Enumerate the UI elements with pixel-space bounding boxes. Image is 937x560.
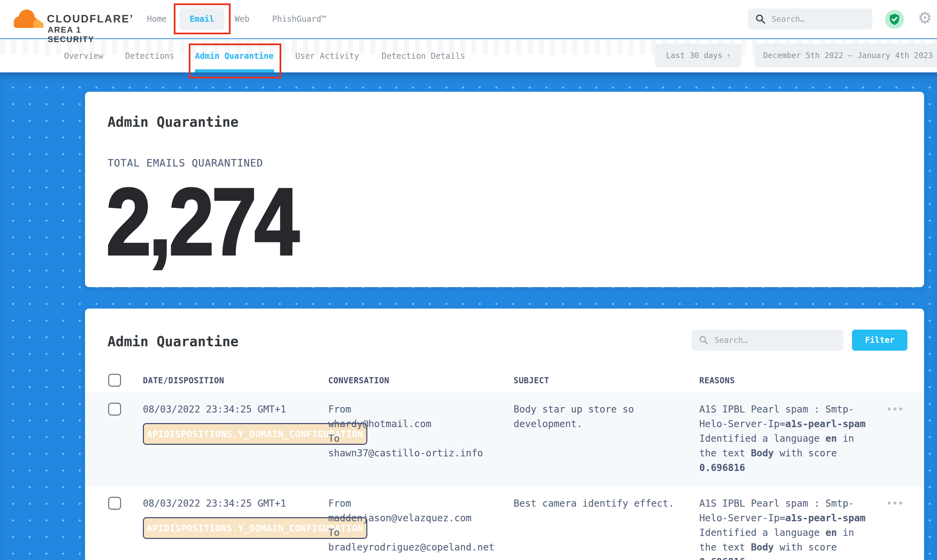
subnav-item-user-activity[interactable]: User Activity xyxy=(295,51,359,61)
row-subject: Best camera identify effect. xyxy=(514,496,688,511)
column-header-reasons: REASONS xyxy=(699,376,735,385)
row-conversation: From whardy@hotmail.com To shawn37@casti… xyxy=(328,402,508,460)
subnav-item-overview[interactable]: Overview xyxy=(64,51,103,61)
search-icon xyxy=(699,335,709,345)
total-quarantined-value: 2,274 xyxy=(106,174,297,269)
annotation-box-admin-quarantine-tab xyxy=(189,43,281,78)
row-date: 08/03/2022 23:34:25 GMT+1 xyxy=(143,496,286,511)
to-email[interactable]: bradleyrodriguez@copeland.net xyxy=(328,540,508,555)
summary-card-title: Admin Quarantine xyxy=(108,114,238,130)
row-subject: Body star up store so development. xyxy=(514,402,688,431)
table-search-input[interactable] xyxy=(715,336,836,345)
total-quarantined-label: TOTAL EMAILS QUARANTINED xyxy=(108,157,263,169)
column-header-date: DATE/DISPOSITION xyxy=(143,376,224,385)
from-email[interactable]: whardy@hotmail.com xyxy=(328,417,508,431)
date-range-display[interactable]: December 5th 2022 — January 4th 2023 xyxy=(754,43,937,67)
row-actions-ellipsis-icon[interactable] xyxy=(888,502,902,505)
row-reasons: A1S IPBL Pearl spam : Smtp- Helo-Server-… xyxy=(699,496,897,560)
table-row: 08/03/2022 23:34:25 GMT+1 APIDISPOSITION… xyxy=(85,392,924,486)
row-conversation: From maddenjason@velazquez.com To bradle… xyxy=(328,496,508,555)
brand-subtitle: AREA 1 SECURITY xyxy=(48,25,125,44)
table-card-title: Admin Quarantine xyxy=(108,334,238,349)
topnav-item-web[interactable]: Web xyxy=(235,14,249,24)
date-range-selector-label: Last 30 days xyxy=(666,51,722,60)
quarantine-table-card: Admin Quarantine Filter DATE/DISPOSITION… xyxy=(85,309,924,560)
to-label: To xyxy=(328,525,508,540)
account-status-badge[interactable] xyxy=(885,10,904,29)
from-label: From xyxy=(328,402,508,417)
gear-icon[interactable]: ⚙ xyxy=(918,8,932,27)
row-checkbox[interactable] xyxy=(108,403,121,415)
email-subnav: Overview Detections Admin Quarantine Use… xyxy=(0,39,937,72)
global-search-input[interactable] xyxy=(772,15,872,23)
row-reasons: A1S IPBL Pearl spam : Smtp- Helo-Server-… xyxy=(699,402,897,475)
global-search[interactable] xyxy=(748,9,872,29)
table-row: 08/03/2022 23:34:25 GMT+1 APIDISPOSITION… xyxy=(85,486,924,560)
select-all-checkbox[interactable] xyxy=(108,374,121,387)
row-date: 08/03/2022 23:34:25 GMT+1 xyxy=(143,402,286,417)
table-header-row: DATE/DISPOSITION CONVERSATION SUBJECT RE… xyxy=(85,370,924,392)
to-label: To xyxy=(328,431,508,446)
page: CLOUDFLARE’ AREA 1 SECURITY Home Email W… xyxy=(0,0,937,560)
top-navbar: CLOUDFLARE’ AREA 1 SECURITY Home Email W… xyxy=(0,0,937,38)
brand-name: CLOUDFLARE’ xyxy=(47,13,134,25)
subnav-item-detections[interactable]: Detections xyxy=(125,51,174,61)
summary-card: Admin Quarantine TOTAL EMAILS QUARANTINE… xyxy=(85,92,924,287)
topnav-item-phishguard[interactable]: PhishGuard™ xyxy=(272,14,326,24)
to-email[interactable]: shawn37@castillo-ortiz.info xyxy=(328,446,508,460)
date-range-text: December 5th 2022 — January 4th 2023 xyxy=(763,51,933,60)
table-search[interactable] xyxy=(692,329,843,351)
row-checkbox[interactable] xyxy=(108,497,121,510)
cloudflare-logo[interactable]: CLOUDFLARE’ AREA 1 SECURITY xyxy=(9,3,125,37)
cloudflare-cloud-icon xyxy=(9,5,43,36)
shield-check-icon xyxy=(889,13,900,26)
row-actions-ellipsis-icon[interactable] xyxy=(888,408,902,411)
filter-button[interactable]: Filter xyxy=(852,329,908,351)
annotation-box-email-tab xyxy=(174,3,231,34)
caret-down-icon: ▾ xyxy=(727,52,730,59)
from-email[interactable]: maddenjason@velazquez.com xyxy=(328,511,508,525)
column-header-subject: SUBJECT xyxy=(514,376,549,385)
subnav-item-detection-details[interactable]: Detection Details xyxy=(381,51,465,61)
search-icon xyxy=(755,14,766,24)
column-header-conversation: CONVERSATION xyxy=(328,376,389,385)
date-range-selector[interactable]: Last 30 days ▾ xyxy=(655,43,741,67)
from-label: From xyxy=(328,496,508,511)
topnav-item-home[interactable]: Home xyxy=(147,14,167,24)
